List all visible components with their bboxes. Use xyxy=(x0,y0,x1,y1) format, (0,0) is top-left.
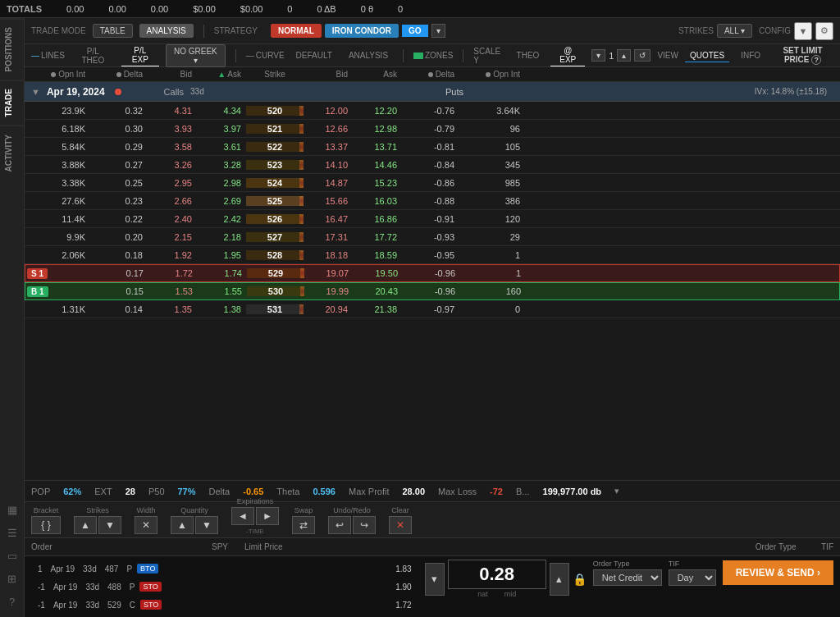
cell-strike[interactable]: 530 xyxy=(247,286,304,296)
width-button[interactable]: ✕ xyxy=(135,516,158,534)
limit-up-button[interactable]: ▴ xyxy=(550,563,569,596)
cell-strike[interactable]: 531 xyxy=(246,304,304,314)
swap-button[interactable]: ⇄ xyxy=(292,516,315,534)
cell-ask-puts[interactable]: 21.38 xyxy=(353,304,402,314)
settings-icon[interactable]: ⚙ xyxy=(815,22,833,40)
table-row[interactable]: S 1 0.17 1.72 1.74 529 19.07 19.50 -0.96… xyxy=(25,264,840,282)
cell-strike[interactable]: 522 xyxy=(246,142,304,152)
table-row[interactable]: 3.38K 0.25 2.95 2.98 524 14.87 15.23 -0.… xyxy=(25,174,840,192)
table-row[interactable]: 1.31K 0.14 1.35 1.38 531 20.94 21.38 -0.… xyxy=(25,300,840,318)
cell-bid-calls[interactable]: 1.53 xyxy=(148,286,198,296)
cell-ask-calls[interactable]: 1.95 xyxy=(197,250,246,260)
cell-ask-puts[interactable]: 15.23 xyxy=(353,178,402,188)
limit-down-button[interactable]: ▾ xyxy=(425,563,445,596)
strikes-down-button[interactable]: ▼ xyxy=(98,516,121,534)
activity-tab[interactable]: ACTIVITY xyxy=(0,126,24,181)
lock-icon[interactable]: 🔒 xyxy=(573,573,587,586)
cell-ask-puts[interactable]: 14.46 xyxy=(353,160,402,170)
analysis-button[interactable]: ANALYSIS xyxy=(139,24,194,38)
table-row[interactable]: 23.9K 0.32 4.31 4.34 520 12.00 12.20 -0.… xyxy=(25,102,840,120)
cell-ask-puts[interactable]: 18.59 xyxy=(353,250,402,260)
cell-bid-calls[interactable]: 2.95 xyxy=(148,178,197,188)
cell-bid-calls[interactable]: 2.66 xyxy=(148,196,197,206)
strategy-dropdown[interactable]: ▾ xyxy=(431,24,445,38)
cell-bid-puts[interactable]: 19.07 xyxy=(304,268,354,278)
quotes-button[interactable]: QUOTES xyxy=(685,49,729,62)
tif-select[interactable]: Day GTC xyxy=(669,569,716,586)
table-row[interactable]: B 1 0.15 1.53 1.55 530 19.99 20.43 -0.96… xyxy=(25,282,840,300)
positions-tab[interactable]: POSITIONS xyxy=(0,18,24,80)
cell-strike[interactable]: 526 xyxy=(246,214,304,224)
order-type-select[interactable]: Net Credit Net Debit Market xyxy=(593,569,662,586)
cell-ask-calls[interactable]: 1.55 xyxy=(198,286,247,296)
info-button[interactable]: INFO xyxy=(736,49,765,62)
exp-prev-button[interactable]: ◄ xyxy=(231,507,254,525)
quantity-down-button[interactable]: ▼ xyxy=(195,516,218,534)
filter-icon[interactable]: ▼ xyxy=(794,22,812,40)
table-row[interactable]: 11.4K 0.22 2.40 2.42 526 16.47 16.86 -0.… xyxy=(25,210,840,228)
cell-bid-puts[interactable]: 16.47 xyxy=(304,214,353,224)
clear-button[interactable]: ✕ xyxy=(389,516,412,534)
scale-refresh-button[interactable]: ↺ xyxy=(634,49,651,62)
redo-button[interactable]: ↪ xyxy=(353,516,376,534)
layout-icon[interactable]: ▭ xyxy=(3,546,21,564)
help-icon[interactable]: ? xyxy=(3,592,21,610)
cell-bid-puts[interactable]: 19.99 xyxy=(304,286,354,296)
b-dropdown-icon[interactable]: ▾ xyxy=(614,486,619,496)
undo-button[interactable]: ↩ xyxy=(328,516,351,534)
exp-next-button[interactable]: ► xyxy=(256,507,279,525)
limit-price-value[interactable]: 0.28 xyxy=(448,560,546,589)
quantity-up-button[interactable]: ▲ xyxy=(171,516,194,534)
cell-ask-calls[interactable]: 3.61 xyxy=(197,142,246,152)
set-limit-button[interactable]: SET LIMIT PRICE ? xyxy=(772,46,833,65)
cell-ask-calls[interactable]: 1.38 xyxy=(197,304,246,314)
cell-bid-calls[interactable]: 1.92 xyxy=(148,250,197,260)
strikes-up-button[interactable]: ▲ xyxy=(74,516,97,534)
default-button[interactable]: DEFAULT xyxy=(291,49,337,62)
scale-up-button[interactable]: ▴ xyxy=(617,49,631,62)
cell-ask-puts[interactable]: 17.72 xyxy=(353,232,402,242)
iron-condor-button[interactable]: IRON CONDOR xyxy=(325,24,399,38)
table-row[interactable]: 2.06K 0.18 1.92 1.95 528 18.18 18.59 -0.… xyxy=(25,246,840,264)
bracket-button[interactable]: { } xyxy=(31,516,61,534)
cell-ask-calls[interactable]: 3.97 xyxy=(197,124,246,134)
cell-bid-puts[interactable]: 15.66 xyxy=(304,196,353,206)
cell-strike[interactable]: 525 xyxy=(246,196,304,206)
grid-icon[interactable]: ⊞ xyxy=(3,569,21,587)
cell-bid-calls[interactable]: 1.72 xyxy=(148,268,198,278)
cell-ask-calls[interactable]: 2.42 xyxy=(197,214,246,224)
scale-down-button[interactable]: ▾ xyxy=(591,49,605,62)
table-button[interactable]: TABLE xyxy=(93,24,133,38)
cell-bid-puts[interactable]: 12.00 xyxy=(304,106,353,116)
table-row[interactable]: 6.18K 0.30 3.93 3.97 521 12.66 12.98 -0.… xyxy=(25,120,840,138)
cell-ask-puts[interactable]: 16.03 xyxy=(353,196,402,206)
pl-exp-button[interactable]: P/L EXP xyxy=(121,44,159,66)
table-row[interactable]: 3.88K 0.27 3.26 3.28 523 14.10 14.46 -0.… xyxy=(25,156,840,174)
cell-ask-puts[interactable]: 13.71 xyxy=(353,142,402,152)
cell-strike[interactable]: 523 xyxy=(246,160,304,170)
cell-bid-calls[interactable]: 2.15 xyxy=(148,232,197,242)
chart-icon[interactable]: ▦ xyxy=(3,500,21,519)
cell-ask-calls[interactable]: 3.28 xyxy=(197,160,246,170)
cell-bid-calls[interactable]: 3.93 xyxy=(148,124,197,134)
cell-bid-puts[interactable]: 12.66 xyxy=(304,124,353,134)
cell-bid-calls[interactable]: 4.31 xyxy=(148,106,197,116)
cell-strike[interactable]: 529 xyxy=(247,268,304,278)
cell-strike[interactable]: 527 xyxy=(246,232,304,242)
cell-ask-calls[interactable]: 4.34 xyxy=(197,106,246,116)
table-row[interactable]: 5.84K 0.29 3.58 3.61 522 13.37 13.71 -0.… xyxy=(25,138,840,156)
at-exp-button[interactable]: @ EXP xyxy=(550,44,585,66)
cell-ask-puts[interactable]: 19.50 xyxy=(354,268,403,278)
cell-bid-puts[interactable]: 18.18 xyxy=(304,250,353,260)
cell-bid-puts[interactable]: 20.94 xyxy=(304,304,353,314)
cell-ask-calls[interactable]: 1.74 xyxy=(198,268,247,278)
pl-theo-button[interactable]: P/L THEO xyxy=(71,45,115,66)
go-button[interactable]: GO xyxy=(402,25,428,37)
normal-button[interactable]: NORMAL xyxy=(271,24,322,38)
cell-bid-puts[interactable]: 14.87 xyxy=(304,178,353,188)
cell-ask-puts[interactable]: 12.98 xyxy=(353,124,402,134)
cell-ask-calls[interactable]: 2.18 xyxy=(197,232,246,242)
cell-bid-calls[interactable]: 3.58 xyxy=(148,142,197,152)
cell-ask-calls[interactable]: 2.69 xyxy=(197,196,246,206)
cell-ask-calls[interactable]: 2.98 xyxy=(197,178,246,188)
